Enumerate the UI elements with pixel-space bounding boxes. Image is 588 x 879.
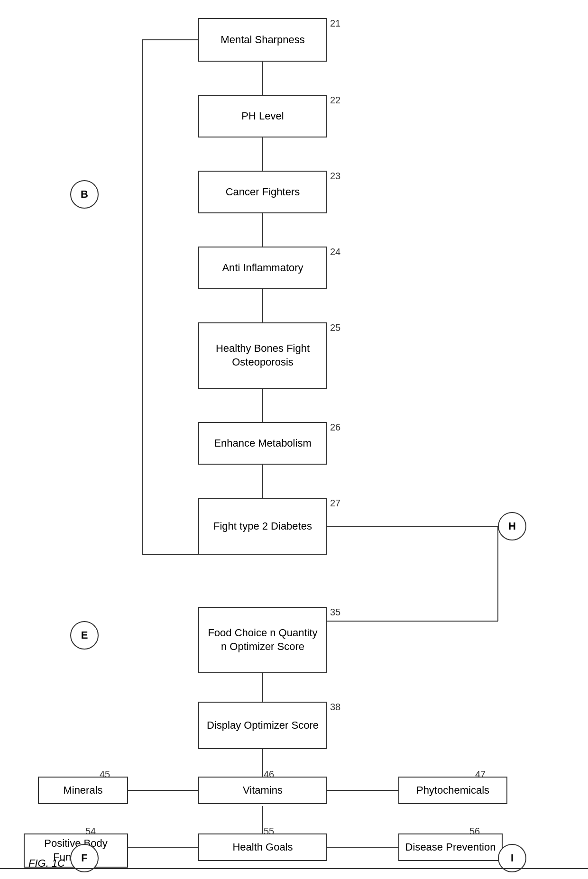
ref-27: 27 bbox=[330, 498, 340, 509]
ref-22: 22 bbox=[330, 95, 340, 106]
ref-45: 45 bbox=[100, 769, 110, 780]
ref-47: 47 bbox=[475, 769, 486, 780]
ref-46: 46 bbox=[264, 769, 274, 780]
ref-35: 35 bbox=[330, 607, 340, 618]
enhance-metabolism-label: Enhance Metabolism bbox=[214, 437, 311, 450]
cancer-fighters-box: Cancer Fighters bbox=[198, 171, 327, 213]
cancer-fighters-label: Cancer Fighters bbox=[226, 185, 300, 199]
ph-level-label: PH Level bbox=[241, 110, 284, 123]
circle-B: B bbox=[70, 180, 99, 209]
phytochemicals-label: Phytochemicals bbox=[416, 784, 489, 797]
circle-H: H bbox=[498, 512, 526, 540]
anti-inflammatory-label: Anti Inflammatory bbox=[222, 261, 303, 275]
disease-prevention-label: Disease Prevention bbox=[405, 841, 496, 854]
separator-line bbox=[0, 868, 588, 870]
minerals-label: Minerals bbox=[63, 784, 102, 797]
anti-inflammatory-box: Anti Inflammatory bbox=[198, 247, 327, 289]
ref-24: 24 bbox=[330, 247, 340, 257]
fight-diabetes-box: Fight type 2 Diabetes bbox=[198, 498, 327, 555]
disease-prevention-box: Disease Prevention bbox=[398, 833, 503, 861]
diagram-container: Mental Sharpness 21 PH Level 22 Cancer F… bbox=[0, 0, 588, 879]
ref-56: 56 bbox=[469, 826, 480, 837]
fight-diabetes-label: Fight type 2 Diabetes bbox=[213, 520, 312, 533]
vitamins-box: Vitamins bbox=[198, 777, 327, 804]
health-goals-label: Health Goals bbox=[232, 841, 293, 854]
minerals-box: Minerals bbox=[38, 777, 128, 804]
food-choice-label: Food Choice n Quantity n Optimizer Score bbox=[205, 626, 321, 653]
health-goals-box: Health Goals bbox=[198, 833, 327, 861]
ref-38: 38 bbox=[330, 702, 340, 713]
ref-54: 54 bbox=[85, 826, 96, 837]
mental-sharpness-label: Mental Sharpness bbox=[220, 33, 304, 47]
ref-55: 55 bbox=[264, 826, 274, 837]
mental-sharpness-box: Mental Sharpness bbox=[198, 18, 327, 62]
ref-25: 25 bbox=[330, 322, 340, 333]
circle-E: E bbox=[70, 621, 99, 650]
fig-caption: FIG. 1C bbox=[28, 857, 65, 870]
healthy-bones-label: Healthy Bones Fight Osteoporosis bbox=[205, 342, 321, 369]
vitamins-label: Vitamins bbox=[243, 784, 283, 797]
display-optimizer-label: Display Optimizer Score bbox=[207, 719, 319, 732]
ref-23: 23 bbox=[330, 171, 340, 182]
healthy-bones-box: Healthy Bones Fight Osteoporosis bbox=[198, 322, 327, 389]
display-optimizer-box: Display Optimizer Score bbox=[198, 702, 327, 749]
food-choice-box: Food Choice n Quantity n Optimizer Score bbox=[198, 607, 327, 673]
enhance-metabolism-box: Enhance Metabolism bbox=[198, 422, 327, 465]
ref-26: 26 bbox=[330, 422, 340, 433]
ref-21: 21 bbox=[330, 18, 340, 29]
ph-level-box: PH Level bbox=[198, 95, 327, 137]
phytochemicals-box: Phytochemicals bbox=[398, 777, 507, 804]
